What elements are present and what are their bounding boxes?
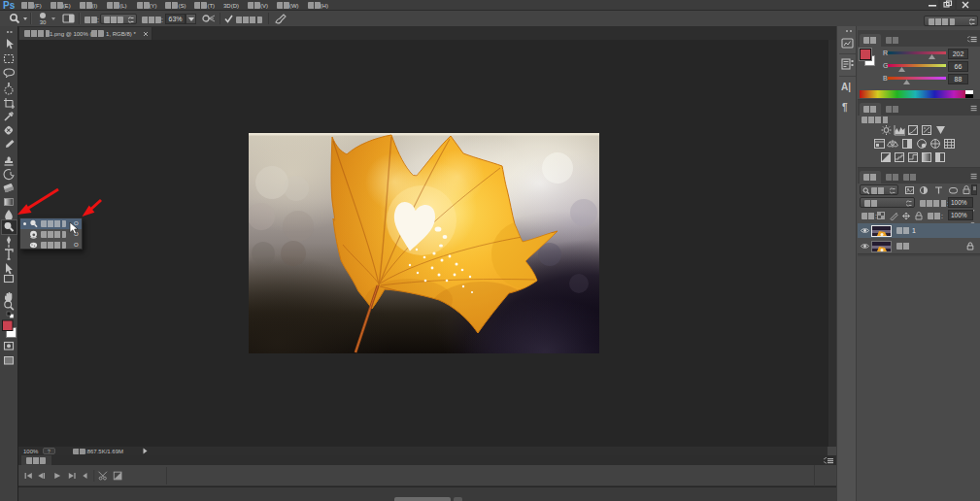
svg-text:30: 30 (40, 19, 47, 25)
